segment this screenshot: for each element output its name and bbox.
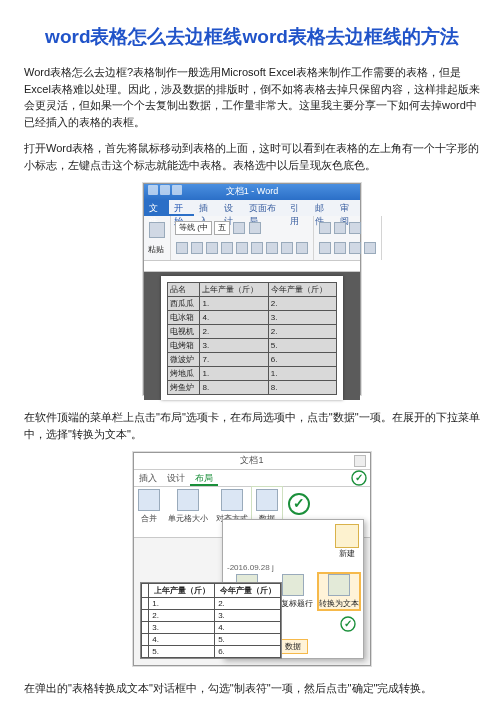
cellsize-label: 单元格大小 [168,513,208,524]
new-item[interactable]: 新建 [335,524,359,559]
tab-design[interactable]: 设计 [219,200,244,216]
step2-paragraph: 在软件顶端的菜单栏上点击"布局"选项卡，在布局选项中，点击"数据"一项。在展开的… [24,409,480,442]
numbering-icon[interactable] [334,222,346,234]
table-header-row: 上年产量（斤） 今年产量（斤） [142,584,281,598]
th-this-year: 今年产量（斤） [215,584,281,598]
tab-references[interactable]: 引用 [285,200,310,216]
tab-layout[interactable]: 页面布局 [244,200,284,216]
cell: 6. [215,646,281,658]
merge-icon [138,489,160,511]
table-row: 电冰箱4.3. [168,311,337,325]
subscript-icon[interactable] [236,242,248,254]
justify-icon[interactable] [364,242,376,254]
paste-icon[interactable] [149,222,165,238]
recent-date: -2016.09.28 j [227,563,359,572]
underline-icon[interactable] [206,242,218,254]
shrink-font-icon[interactable] [249,222,261,234]
step1-paragraph: 打开Word表格，首先将鼠标移动到表格的上面，这时可以看到在表格的左上角有一个十… [24,140,480,173]
table-row: 西瓜瓜1.2. [168,297,337,311]
ribbon: 粘贴 等线 (中 五 [144,216,360,261]
checkmark-icon: ✓ [288,493,310,515]
window-title: 文档1 - Word [226,185,278,198]
tab-insert[interactable]: 插入 [194,200,219,216]
ribbon-tabs: 文件 开始 插入 设计 页面布局 引用 邮件 审阅 [144,200,360,216]
table-row: 2.3. [142,610,281,622]
cell: 5. [268,339,336,353]
cell [142,634,149,646]
cellsize-icon [177,489,199,511]
table-row: 电烤箱3.5. [168,339,337,353]
tab-file[interactable]: 文件 [144,200,169,216]
tab-design[interactable]: 设计 [162,470,190,486]
th-last-year: 上年产量（斤） [200,283,268,297]
tab-insert[interactable]: 插入 [134,470,162,486]
screenshot-word-table-selected: 文档1 - Word 文件 开始 插入 设计 页面布局 引用 邮件 审阅 粘贴 … [143,183,361,395]
tab-mailings[interactable]: 邮件 [310,200,335,216]
cellsize-group[interactable]: 单元格大小 [164,487,212,537]
strike-icon[interactable] [221,242,233,254]
cell: 1. [200,367,268,381]
cell: 电冰箱 [168,311,200,325]
undo-icon[interactable] [150,454,160,464]
th-name: 品名 [168,283,200,297]
table-row: 1.2. [142,598,281,610]
repeat-header-icon [282,574,304,596]
table-row: 4.5. [142,634,281,646]
cell: 4. [149,634,215,646]
table-row: 烤鱼炉8.8. [168,381,337,395]
cell: 2. [268,297,336,311]
page-title: word表格怎么去边框线word表格去边框线的方法 [24,24,480,50]
grow-font-icon[interactable] [233,222,245,234]
font-group: 等线 (中 五 [171,216,314,260]
clipboard-group: 粘贴 [144,216,171,260]
cell: 微波炉 [168,353,200,367]
highlight-icon[interactable] [281,242,293,254]
superscript-icon[interactable] [251,242,263,254]
cell: 1. [200,297,268,311]
cell: 5. [215,634,281,646]
quick-access-toolbar [148,185,182,195]
align-center-icon[interactable] [334,242,346,254]
table-row: 电视机2.2. [168,325,337,339]
window-controls-icon[interactable] [354,455,366,467]
data-section-label: 数据 [278,639,308,654]
quick-access-toolbar [138,454,160,464]
cell: 西瓜瓜 [168,297,200,311]
redo-icon[interactable] [172,185,182,195]
cell [142,598,149,610]
cell: 6. [268,353,336,367]
window-titlebar: 文档1 [134,453,370,470]
data-icon [256,489,278,511]
text-effects-icon[interactable] [266,242,278,254]
tab-layout[interactable]: 布局 [190,470,218,486]
bullets-icon[interactable] [319,222,331,234]
align-left-icon[interactable] [319,242,331,254]
screenshot-layout-data-menu: 文档1 插入 设计 布局 ✓ 合并 单元格大小 对齐方式 数据 ✓ 新 [133,452,371,666]
tab-home[interactable]: 开始 [169,200,194,216]
font-color-icon[interactable] [296,242,308,254]
window-title: 文档1 [240,454,263,467]
multilevel-icon[interactable] [349,222,361,234]
cell: 4. [215,622,281,634]
paragraph-group [314,216,382,260]
checkmark-icon: ✓ [351,470,366,485]
window-titlebar: 文档1 - Word [144,184,360,200]
table-row: 5.6. [142,646,281,658]
font-size-select[interactable]: 五 [214,221,230,235]
font-family-select[interactable]: 等线 (中 [175,221,212,235]
cell: 3. [149,622,215,634]
align-right-icon[interactable] [349,242,361,254]
cell: 电视机 [168,325,200,339]
convert-to-text-item[interactable]: 转换为文本 [319,574,359,609]
save-icon[interactable] [138,454,148,464]
word-table-selected[interactable]: 品名 上年产量（斤） 今年产量（斤） 西瓜瓜1.2. 电冰箱4.3. 电视机2.… [167,282,337,395]
merge-group[interactable]: 合并 [134,487,164,537]
tab-review[interactable]: 审阅 [335,200,360,216]
table-row: 微波炉7.6. [168,353,337,367]
save-icon[interactable] [148,185,158,195]
convert-icon [328,574,350,596]
bold-icon[interactable] [176,242,188,254]
italic-icon[interactable] [191,242,203,254]
new-label: 新建 [339,548,355,559]
undo-icon[interactable] [160,185,170,195]
